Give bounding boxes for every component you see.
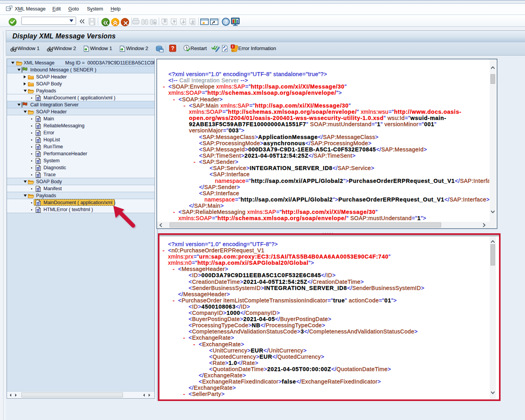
svg-text:?: ? [171,45,175,51]
svg-text:!: ! [232,45,233,49]
svg-text:?: ? [224,19,227,25]
